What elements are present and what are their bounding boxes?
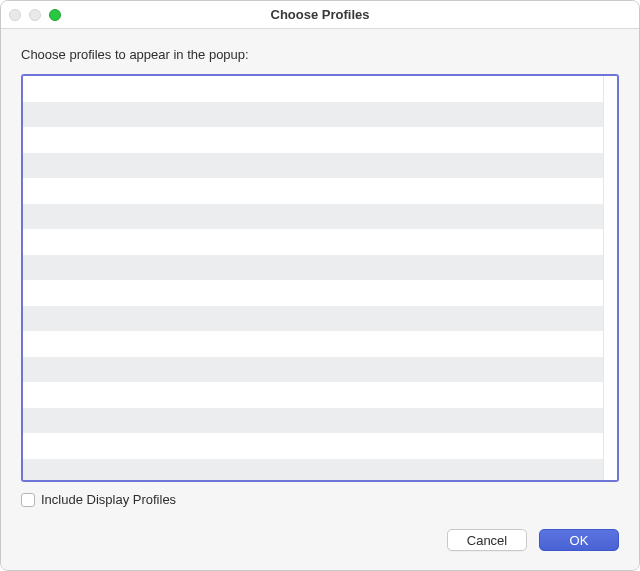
minimize-icon[interactable] [29, 9, 41, 21]
list-item[interactable] [23, 459, 603, 483]
list-item[interactable] [23, 255, 603, 281]
include-display-label: Include Display Profiles [41, 492, 176, 507]
profiles-list-body [23, 76, 603, 480]
list-item[interactable] [23, 76, 603, 102]
window-controls [9, 9, 61, 21]
window-title: Choose Profiles [1, 7, 639, 22]
list-item[interactable] [23, 357, 603, 383]
profiles-listbox[interactable] [21, 74, 619, 482]
list-item[interactable] [23, 280, 603, 306]
list-item[interactable] [23, 382, 603, 408]
zoom-icon[interactable] [49, 9, 61, 21]
dialog-content: Choose profiles to appear in the popup: [1, 29, 639, 570]
list-item[interactable] [23, 204, 603, 230]
list-item[interactable] [23, 306, 603, 332]
titlebar: Choose Profiles [1, 1, 639, 29]
list-item[interactable] [23, 127, 603, 153]
cancel-button[interactable]: Cancel [447, 529, 527, 551]
include-display-row: Include Display Profiles [21, 492, 619, 507]
list-item[interactable] [23, 433, 603, 459]
list-item[interactable] [23, 102, 603, 128]
close-icon[interactable] [9, 9, 21, 21]
list-item[interactable] [23, 408, 603, 434]
list-item[interactable] [23, 229, 603, 255]
scrollbar-vertical[interactable] [603, 76, 617, 480]
list-item[interactable] [23, 178, 603, 204]
list-item[interactable] [23, 153, 603, 179]
dialog-buttons: Cancel OK [21, 529, 619, 551]
instruction-text: Choose profiles to appear in the popup: [21, 47, 619, 62]
ok-button[interactable]: OK [539, 529, 619, 551]
dialog-window: Choose Profiles Choose profiles to appea… [0, 0, 640, 571]
list-item[interactable] [23, 331, 603, 357]
include-display-checkbox[interactable] [21, 493, 35, 507]
